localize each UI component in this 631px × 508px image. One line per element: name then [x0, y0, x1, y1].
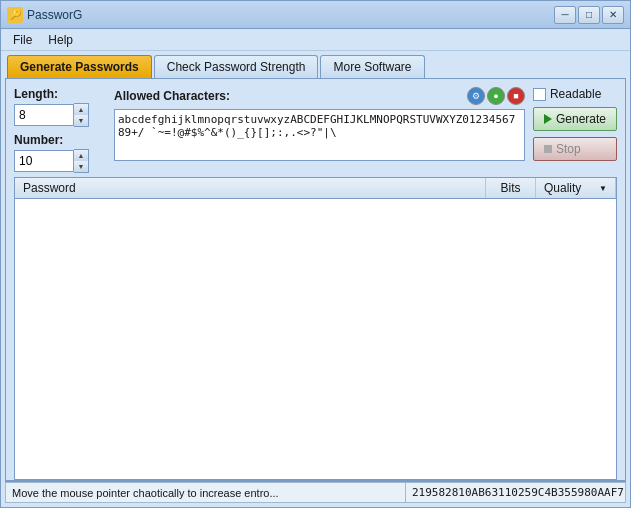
chars-section: Allowed Characters: ⚙ ● ■ abcdefghijklmn…: [114, 87, 525, 161]
number-label: Number:: [14, 133, 104, 147]
length-spinner-buttons: ▲ ▼: [74, 103, 89, 127]
tab-bar: Generate Passwords Check Password Streng…: [1, 51, 630, 78]
status-bar: Move the mouse pointer chaotically to in…: [5, 481, 626, 503]
title-bar-text: 🔑 PassworG: [7, 7, 82, 23]
title-bar: 🔑 PassworG ─ □ ✕: [1, 1, 630, 29]
number-input[interactable]: [14, 150, 74, 172]
window-title: PassworG: [27, 8, 82, 22]
tab-generate[interactable]: Generate Passwords: [7, 55, 152, 78]
th-quality: Quality ▼: [536, 178, 616, 198]
th-quality-label: Quality: [544, 181, 581, 195]
close-button[interactable]: ✕: [602, 6, 624, 24]
generate-button-label: Generate: [556, 112, 606, 126]
length-field-group: Length: ▲ ▼: [14, 87, 104, 127]
controls-area: Length: ▲ ▼ Number:: [6, 79, 625, 177]
allowed-chars-textarea[interactable]: abcdefghijklmnopqrstuvwxyzABCDEFGHIJKLMN…: [114, 109, 525, 161]
length-spinner: ▲ ▼: [14, 103, 104, 127]
status-right-text: 219582810AB63110259C4B355980AAF7: [406, 482, 626, 503]
length-decrement-button[interactable]: ▼: [74, 115, 88, 126]
generate-button[interactable]: Generate: [533, 107, 617, 131]
length-increment-button[interactable]: ▲: [74, 104, 88, 115]
length-input[interactable]: [14, 104, 74, 126]
menu-bar: File Help: [1, 29, 630, 51]
right-panel: Readable Generate Stop: [525, 79, 625, 177]
chars-settings-icon[interactable]: ⚙: [467, 87, 485, 105]
chars-remove-icon[interactable]: ■: [507, 87, 525, 105]
length-label: Length:: [14, 87, 104, 101]
chars-icons: ⚙ ● ■: [467, 87, 525, 105]
menu-item-file[interactable]: File: [5, 31, 40, 49]
number-increment-button[interactable]: ▲: [74, 150, 88, 161]
status-left-text: Move the mouse pointer chaotically to in…: [5, 482, 406, 503]
password-table: Password Bits Quality ▼: [14, 177, 617, 480]
th-bits: Bits: [486, 178, 536, 198]
th-quality-sort-icon: ▼: [599, 184, 607, 193]
number-spinner: ▲ ▼: [14, 149, 104, 173]
bottom-padding: [1, 503, 630, 507]
chars-label: Allowed Characters:: [114, 89, 230, 103]
number-field-group: Number: ▲ ▼: [14, 133, 104, 173]
left-controls: Length: ▲ ▼ Number:: [14, 87, 104, 173]
number-spinner-buttons: ▲ ▼: [74, 149, 89, 173]
maximize-button[interactable]: □: [578, 6, 600, 24]
th-password: Password: [15, 178, 486, 198]
table-body: [15, 199, 616, 479]
app-icon: 🔑: [7, 7, 23, 23]
title-bar-controls: ─ □ ✕: [554, 6, 624, 24]
main-content: Length: ▲ ▼ Number:: [5, 78, 626, 481]
tab-more-software[interactable]: More Software: [320, 55, 424, 78]
main-window: 🔑 PassworG ─ □ ✕ File Help Generate Pass…: [0, 0, 631, 508]
readable-label: Readable: [550, 87, 601, 101]
readable-checkbox[interactable]: [533, 88, 546, 101]
play-icon: [544, 114, 552, 124]
chars-header: Allowed Characters: ⚙ ● ■: [114, 87, 525, 105]
stop-button-label: Stop: [556, 142, 581, 156]
left-controls-section: Length: ▲ ▼ Number:: [6, 79, 525, 177]
tab-check-strength[interactable]: Check Password Strength: [154, 55, 319, 78]
menu-item-help[interactable]: Help: [40, 31, 81, 49]
number-decrement-button[interactable]: ▼: [74, 161, 88, 172]
minimize-button[interactable]: ─: [554, 6, 576, 24]
readable-row: Readable: [533, 87, 617, 101]
stop-button[interactable]: Stop: [533, 137, 617, 161]
stop-icon: [544, 145, 552, 153]
table-header: Password Bits Quality ▼: [15, 178, 616, 199]
chars-add-icon[interactable]: ●: [487, 87, 505, 105]
